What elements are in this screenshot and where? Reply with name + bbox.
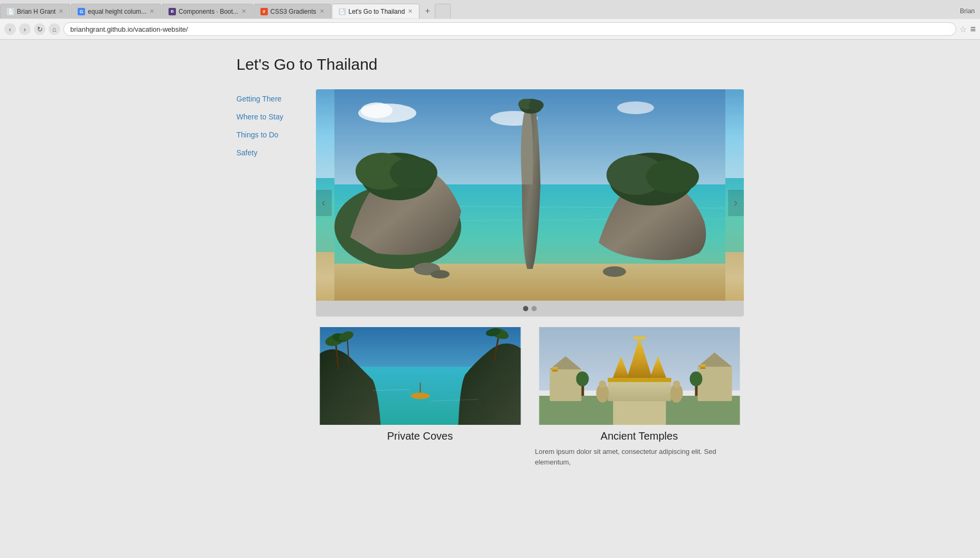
address-bar-row: ‹ › ↻ ⌂ ☆ ≡	[0, 19, 980, 39]
tab-favicon-css3: #	[260, 8, 268, 15]
svg-rect-39	[549, 369, 581, 401]
svg-point-56	[576, 371, 589, 386]
main-container: Let's Go to Thailand Getting There Where…	[226, 55, 754, 467]
svg-point-54	[673, 380, 680, 388]
tab-favicon-thailand: 📄	[339, 8, 346, 15]
tab-css3[interactable]: # CSS3 Gradients ✕	[254, 4, 331, 18]
cloud-1	[402, 106, 444, 122]
tab-brian[interactable]: 📄 Brian H Grant ✕	[0, 4, 70, 18]
card-temples-title: Ancient Temples	[535, 430, 744, 442]
svg-point-58	[689, 371, 702, 386]
carousel-indicator-1[interactable]	[523, 306, 528, 311]
tab-thailand[interactable]: 📄 Let's Go to Thailand ✕	[332, 4, 420, 18]
forward-button[interactable]: ›	[19, 23, 31, 35]
main-layout: Getting There Where to Stay Things to Do…	[237, 89, 744, 467]
back-button[interactable]: ‹	[4, 23, 16, 35]
scene-water	[316, 178, 744, 252]
cove-scene-svg	[316, 327, 525, 425]
bookmark-icon[interactable]: ☆	[959, 24, 967, 34]
cloud-2	[551, 115, 604, 128]
tab-favicon-equal: G	[78, 8, 85, 15]
svg-rect-41	[697, 367, 732, 401]
thailand-scene	[316, 89, 744, 301]
carousel-prev-icon: ‹	[322, 196, 325, 210]
tab-bar: 📄 Brian H Grant ✕ G equal height colum..…	[0, 0, 980, 19]
tab-equal[interactable]: G equal height colum... ✕	[71, 4, 161, 18]
tab-close-css3[interactable]: ✕	[320, 8, 324, 15]
svg-rect-43	[552, 367, 557, 371]
svg-rect-47	[633, 337, 646, 339]
refresh-button[interactable]: ↻	[34, 23, 45, 35]
carousel-next-icon: ›	[734, 196, 738, 210]
browser-chrome: 📄 Brian H Grant ✕ G equal height colum..…	[0, 0, 980, 40]
page-title: Let's Go to Thailand	[237, 55, 744, 73]
card-temples-image	[535, 327, 744, 425]
tab-close-equal[interactable]: ✕	[150, 8, 154, 15]
content-area: ‹ ›	[316, 89, 744, 467]
sidebar-link-where-to-stay[interactable]: Where to Stay	[237, 113, 305, 121]
carousel: ‹ ›	[316, 89, 744, 317]
svg-rect-45	[608, 380, 671, 401]
card-coves-image	[316, 327, 525, 425]
card-temples: Ancient Temples Lorem ipsum dolor sit am…	[535, 327, 744, 467]
sidebar-link-things-to-do[interactable]: Things to Do	[237, 131, 305, 139]
scene-sand	[316, 254, 744, 301]
home-button[interactable]: ⌂	[49, 23, 60, 35]
sidebar-link-getting-there[interactable]: Getting There	[237, 95, 305, 103]
tab-label: Brian H Grant	[17, 8, 55, 15]
carousel-indicators	[316, 301, 744, 317]
sidebar-link-safety[interactable]: Safety	[237, 148, 305, 157]
page-content: Let's Go to Thailand Getting There Where…	[0, 40, 980, 515]
tab-favicon-components: B	[169, 8, 176, 15]
new-tab-icon: +	[425, 6, 430, 16]
card-coves-title: Private Coves	[316, 430, 525, 442]
cards-row: Private Coves	[316, 327, 744, 467]
tab-label: Let's Go to Thailand	[349, 8, 405, 15]
svg-rect-50	[608, 378, 671, 382]
carousel-image	[316, 89, 744, 301]
address-bar-input[interactable]	[63, 22, 956, 36]
carousel-prev-button[interactable]: ‹	[316, 190, 332, 216]
card-coves: Private Coves	[316, 327, 525, 467]
svg-point-52	[599, 380, 606, 388]
svg-rect-44	[700, 365, 705, 369]
tab-components[interactable]: B Components · Boot... ✕	[162, 4, 253, 18]
svg-point-32	[410, 393, 430, 399]
new-tab-button[interactable]: +	[420, 4, 435, 18]
carousel-next-button[interactable]: ›	[728, 190, 744, 216]
tab-label: Components · Boot...	[179, 8, 238, 15]
sidebar: Getting There Where to Stay Things to Do…	[237, 89, 305, 467]
tab-label: CSS3 Gradients	[270, 8, 316, 15]
carousel-indicator-2[interactable]	[531, 306, 537, 311]
tab-blank[interactable]	[435, 4, 451, 18]
user-label: Brian	[955, 7, 980, 15]
temple-scene-svg	[535, 327, 744, 425]
tab-close-brian[interactable]: ✕	[59, 8, 63, 15]
tab-favicon-brian: 📄	[7, 8, 14, 15]
tab-label: equal height colum...	[88, 8, 146, 15]
tab-close-thailand[interactable]: ✕	[408, 8, 413, 15]
card-temples-text: Lorem ipsum dolor sit amet, consectetur …	[535, 447, 744, 467]
scene-sky	[316, 89, 744, 184]
tab-close-components[interactable]: ✕	[241, 8, 246, 15]
carousel-inner	[316, 89, 744, 301]
menu-icon[interactable]: ≡	[970, 24, 976, 35]
